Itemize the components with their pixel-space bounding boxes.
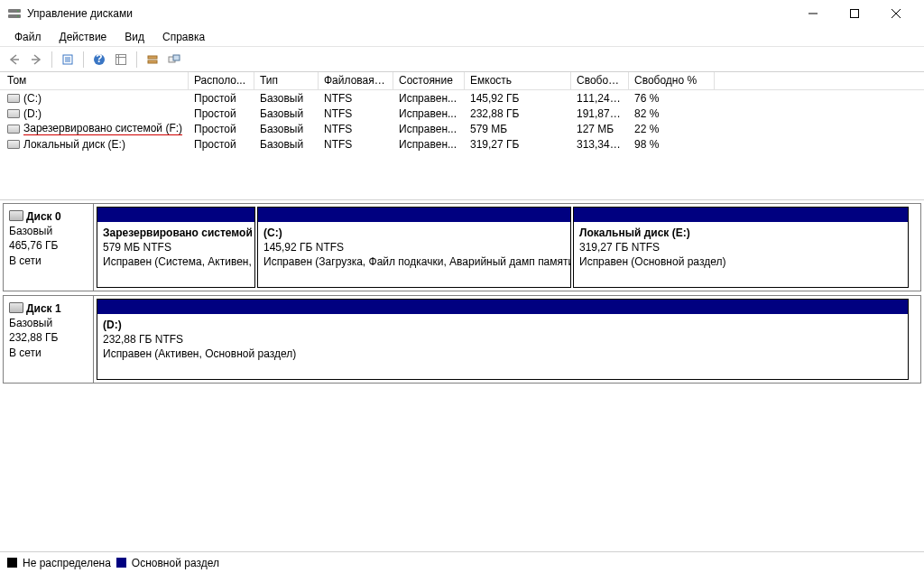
partition-title: Зарезервировано системой (F	[103, 226, 249, 240]
volume-rows: (C:)ПростойБазовыйNTFSИсправен...145,92 …	[0, 90, 924, 152]
partition-size: 145,92 ГБ NTFS	[263, 240, 565, 254]
refresh-icon[interactable]	[143, 51, 162, 69]
svg-rect-1	[8, 14, 21, 18]
list-view-icon[interactable]	[112, 51, 130, 69]
svg-rect-5	[851, 10, 859, 18]
help-icon[interactable]: ?	[90, 51, 108, 69]
col-spacer	[715, 72, 924, 89]
col-filesystem[interactable]: Файловая с...	[319, 72, 393, 89]
menu-help[interactable]: Справка	[153, 28, 214, 46]
partition[interactable]: Зарезервировано системой (F579 МБ NTFSИс…	[97, 207, 255, 288]
partition-bar	[258, 208, 570, 222]
svg-rect-0	[8, 9, 21, 13]
volume-capacity: 579 МБ	[465, 123, 571, 135]
volume-capacity: 232,88 ГБ	[465, 107, 571, 120]
disk-partitions: Зарезервировано системой (F579 МБ NTFSИс…	[94, 204, 920, 291]
legend-swatch-unallocated	[7, 558, 17, 568]
col-capacity[interactable]: Емкость	[465, 72, 571, 89]
legend-unallocated: Не распределена	[23, 557, 111, 569]
svg-rect-20	[148, 60, 157, 63]
volume-type: Базовый	[254, 123, 319, 135]
partition-bar	[97, 300, 908, 314]
partition-status: Исправен (Загрузка, Файл подкачки, Авари…	[263, 254, 565, 269]
volume-list-pane: Том Располо... Тип Файловая с... Состоян…	[0, 72, 924, 200]
volume-fs: NTFS	[319, 138, 393, 151]
volume-free-percent: 98 %	[629, 138, 715, 151]
col-type[interactable]: Тип	[254, 72, 319, 89]
partition[interactable]: (D:)232,88 ГБ NTFSИсправен (Активен, Осн…	[97, 299, 909, 380]
partition-size: 319,27 ГБ NTFS	[579, 240, 902, 254]
partition-title: (C:)	[263, 226, 565, 240]
partition[interactable]: Локальный диск (E:)319,27 ГБ NTFSИсправе…	[573, 207, 909, 288]
close-button[interactable]	[875, 0, 917, 27]
col-layout[interactable]: Располо...	[189, 72, 254, 89]
toolbar: ?	[0, 47, 924, 72]
titlebar: Управление дисками	[0, 0, 924, 27]
svg-rect-19	[148, 56, 157, 59]
menu-file[interactable]: Файл	[5, 28, 51, 46]
properties-icon[interactable]	[59, 51, 77, 69]
volume-fs: NTFS	[319, 123, 393, 135]
drive-icon	[7, 125, 20, 134]
volume-free: 313,34 ГБ	[571, 138, 629, 151]
volume-free-percent: 76 %	[629, 92, 715, 105]
menu-view[interactable]: Вид	[116, 28, 153, 46]
legend-bar: Не распределена Основной раздел	[0, 551, 924, 573]
disk-info[interactable]: Диск 0Базовый465,76 ГБВ сети	[4, 204, 94, 291]
volume-status: Исправен...	[393, 92, 465, 105]
legend-swatch-primary	[116, 558, 126, 568]
volume-status: Исправен...	[393, 138, 465, 151]
volume-layout: Простой	[189, 123, 254, 135]
minimize-button[interactable]	[792, 0, 834, 27]
volume-type: Базовый	[254, 92, 319, 105]
disk-icon	[9, 302, 23, 313]
volume-name: (D:)	[0, 107, 189, 120]
volume-layout: Простой	[189, 107, 254, 120]
volume-list-header: Том Располо... Тип Файловая с... Состоян…	[0, 72, 924, 90]
disk-block: Диск 0Базовый465,76 ГБВ сетиЗарезервиров…	[3, 203, 921, 291]
volume-type: Базовый	[254, 107, 319, 120]
partition-title: (D:)	[103, 318, 902, 332]
volume-row[interactable]: (C:)ПростойБазовыйNTFSИсправен...145,92 …	[0, 90, 924, 106]
disk-icon	[9, 210, 23, 221]
svg-point-3	[17, 15, 19, 17]
partition-title: Локальный диск (E:)	[579, 226, 902, 240]
volume-name: Локальный диск (E:)	[0, 138, 189, 151]
partition-size: 579 МБ NTFS	[103, 240, 249, 254]
volume-free-percent: 22 %	[629, 123, 715, 135]
back-button[interactable]	[5, 51, 23, 69]
drive-icon	[7, 140, 20, 149]
col-free-percent[interactable]: Свободно %	[629, 72, 715, 89]
disk-info[interactable]: Диск 1Базовый232,88 ГБВ сети	[4, 296, 94, 383]
partition[interactable]: (C:)145,92 ГБ NTFSИсправен (Загрузка, Фа…	[257, 207, 571, 288]
toolbar-separator	[136, 51, 137, 68]
forward-button[interactable]	[27, 51, 45, 69]
volume-capacity: 319,27 ГБ	[465, 138, 571, 151]
svg-rect-16	[116, 54, 126, 64]
partition-bar	[574, 208, 908, 222]
menu-action[interactable]: Действие	[51, 28, 116, 46]
drive-icon	[7, 94, 20, 103]
volume-row[interactable]: Локальный диск (E:)ПростойБазовыйNTFSИсп…	[0, 136, 924, 152]
volume-fs: NTFS	[319, 92, 393, 105]
svg-rect-22	[173, 55, 180, 60]
partition-size: 232,88 ГБ NTFS	[103, 332, 902, 347]
volume-layout: Простой	[189, 138, 254, 151]
volume-row[interactable]: (D:)ПростойБазовыйNTFSИсправен...232,88 …	[0, 106, 924, 121]
maximize-button[interactable]	[834, 0, 875, 27]
volume-type: Базовый	[254, 138, 319, 151]
partition-status: Исправен (Основной раздел)	[579, 254, 902, 269]
col-status[interactable]: Состояние	[393, 72, 465, 89]
settings-icon[interactable]	[165, 51, 183, 69]
svg-point-2	[17, 10, 19, 12]
col-volume[interactable]: Том	[0, 72, 189, 89]
toolbar-separator	[51, 51, 52, 68]
volume-row[interactable]: Зарезервировано системой (F:)ПростойБазо…	[0, 121, 924, 136]
disk-graphical-pane: Диск 0Базовый465,76 ГБВ сетиЗарезервиров…	[0, 200, 924, 551]
col-free[interactable]: Свобод...	[571, 72, 629, 89]
drive-icon	[7, 109, 20, 118]
volume-name: (C:)	[0, 92, 189, 105]
toolbar-separator	[83, 51, 84, 68]
window-controls	[792, 0, 917, 27]
volume-layout: Простой	[189, 92, 254, 105]
